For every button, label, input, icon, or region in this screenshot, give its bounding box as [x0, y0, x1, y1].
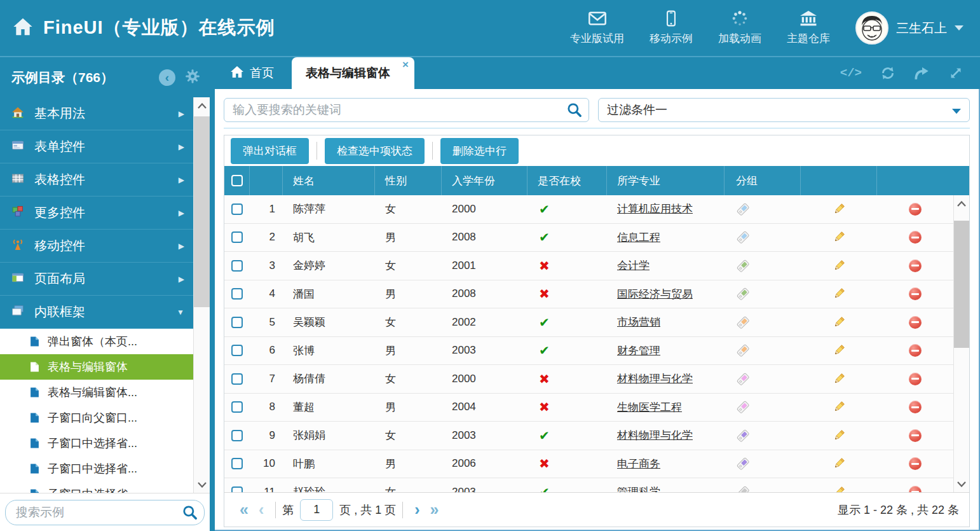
row-checkbox[interactable] [231, 317, 243, 328]
scroll-down-icon[interactable] [194, 476, 210, 493]
sidebar-scrollbar[interactable] [193, 97, 210, 493]
edit-pencil-icon[interactable] [832, 429, 846, 443]
delete-icon[interactable] [909, 259, 922, 272]
sidebar-item-more-controls[interactable]: 更多控件 [0, 197, 193, 230]
search-icon[interactable] [182, 504, 198, 523]
scroll-down-icon[interactable] [954, 476, 969, 492]
row-checkbox[interactable] [231, 231, 243, 243]
major-link[interactable]: 国际经济与贸易 [617, 287, 693, 301]
major-link[interactable]: 生物医学工程 [617, 400, 682, 415]
row-checkbox[interactable] [231, 373, 243, 385]
delete-icon[interactable] [909, 373, 922, 385]
tag-icon[interactable] [736, 343, 750, 357]
open-dialog-button[interactable]: 弹出对话框 [231, 138, 309, 164]
sidebar-item-iframe[interactable]: 内联框架 [0, 296, 193, 329]
edit-pencil-icon[interactable] [832, 259, 846, 273]
scroll-up-icon[interactable] [954, 195, 969, 212]
nav-loading[interactable]: 加载动画 [718, 10, 761, 46]
delete-icon[interactable] [909, 287, 922, 300]
delete-icon[interactable] [909, 429, 922, 442]
sidebar-submenu-item[interactable]: 表格与编辑窗体 [0, 354, 193, 380]
edit-pencil-icon[interactable] [832, 287, 846, 301]
open-new-window-icon[interactable] [914, 66, 930, 81]
sidebar-item-grid-controls[interactable]: 表格控件 [0, 163, 193, 197]
row-checkbox[interactable] [231, 260, 243, 272]
user-menu[interactable]: 三生石上 [855, 11, 963, 45]
row-checkbox[interactable] [231, 288, 243, 300]
major-link[interactable]: 电子商务 [617, 457, 660, 471]
delete-icon[interactable] [909, 457, 922, 470]
nav-trial[interactable]: 专业版试用 [570, 10, 624, 46]
sidebar-submenu-item[interactable]: 弹出窗体（本页... [0, 329, 193, 354]
tag-icon[interactable] [736, 429, 750, 443]
tag-icon[interactable] [736, 457, 750, 471]
search-icon[interactable] [566, 102, 583, 121]
row-checkbox[interactable] [231, 203, 243, 215]
delete-icon[interactable] [909, 231, 922, 244]
tab-home[interactable]: 首页 [215, 57, 289, 89]
sidebar-submenu-item[interactable]: 表格与编辑窗体... [0, 380, 193, 405]
major-link[interactable]: 材料物理与化学 [617, 428, 693, 443]
prev-page-icon[interactable] [254, 502, 269, 518]
tag-icon[interactable] [736, 485, 750, 492]
sidebar-item-basics[interactable]: 基本用法 [0, 97, 193, 130]
edit-pencil-icon[interactable] [832, 400, 846, 414]
major-link[interactable]: 信息工程 [617, 230, 660, 245]
delete-icon[interactable] [909, 401, 922, 413]
gear-icon[interactable] [184, 68, 201, 87]
select-all-checkbox[interactable] [231, 175, 243, 186]
delete-icon[interactable] [909, 344, 922, 357]
last-page-icon[interactable] [425, 502, 444, 518]
delete-icon[interactable] [909, 486, 922, 492]
major-link[interactable]: 会计学 [617, 258, 650, 273]
edit-pencil-icon[interactable] [832, 202, 846, 216]
tag-icon[interactable] [736, 202, 750, 216]
edit-pencil-icon[interactable] [832, 372, 846, 386]
sidebar-submenu-item[interactable]: 子窗口中选择省 [0, 481, 193, 493]
view-source-icon[interactable]: </> [840, 66, 862, 80]
edit-pencil-icon[interactable] [832, 315, 846, 329]
major-link[interactable]: 材料物理与化学 [617, 371, 693, 386]
expand-icon[interactable] [948, 66, 963, 81]
edit-pencil-icon[interactable] [832, 343, 846, 357]
tag-icon[interactable] [736, 259, 750, 273]
scrollbar-thumb[interactable] [954, 221, 969, 348]
table-scrollbar[interactable] [953, 195, 969, 492]
major-link[interactable]: 管理科学 [617, 485, 660, 492]
nav-mobile[interactable]: 移动示例 [650, 10, 693, 46]
major-link[interactable]: 财务管理 [617, 343, 660, 358]
major-link[interactable]: 市场营销 [617, 315, 660, 329]
sidebar-submenu-item[interactable]: 子窗口向父窗口... [0, 405, 193, 431]
delete-icon[interactable] [909, 316, 922, 329]
row-checkbox[interactable] [231, 486, 243, 492]
edit-pencil-icon[interactable] [832, 230, 846, 244]
edit-pencil-icon[interactable] [832, 457, 846, 471]
nav-themes[interactable]: 主题仓库 [787, 10, 830, 46]
sidebar-submenu-item[interactable]: 子窗口中选择省... [0, 431, 193, 456]
first-page-icon[interactable] [235, 502, 254, 518]
sidebar-item-mobile-controls[interactable]: 移动控件 [0, 230, 193, 263]
page-number-input[interactable] [300, 499, 333, 521]
keyword-search-input[interactable] [224, 98, 589, 122]
row-checkbox[interactable] [231, 458, 243, 469]
edit-pencil-icon[interactable] [832, 485, 846, 492]
sidebar-item-form-controls[interactable]: 表单控件 [0, 130, 193, 163]
row-checkbox[interactable] [231, 430, 243, 441]
scrollbar-thumb[interactable] [194, 116, 210, 307]
check-selection-button[interactable]: 检查选中项状态 [325, 138, 425, 164]
sidebar-item-page-layout[interactable]: 页面布局 [0, 263, 193, 296]
tab-close-icon[interactable] [402, 59, 409, 71]
row-checkbox[interactable] [231, 345, 243, 356]
tag-icon[interactable] [736, 230, 750, 244]
delete-selected-button[interactable]: 删除选中行 [440, 138, 519, 164]
delete-icon[interactable] [909, 203, 922, 216]
collapse-sidebar-icon[interactable]: ‹ [159, 69, 175, 86]
row-checkbox[interactable] [231, 401, 243, 413]
tag-icon[interactable] [736, 400, 750, 414]
tag-icon[interactable] [736, 372, 750, 386]
refresh-icon[interactable] [880, 65, 896, 81]
next-page-icon[interactable] [409, 502, 425, 518]
scroll-up-icon[interactable] [194, 97, 210, 114]
tab-grid-edit-window[interactable]: 表格与编辑窗体 [292, 57, 414, 89]
major-link[interactable]: 计算机应用技术 [617, 202, 693, 216]
